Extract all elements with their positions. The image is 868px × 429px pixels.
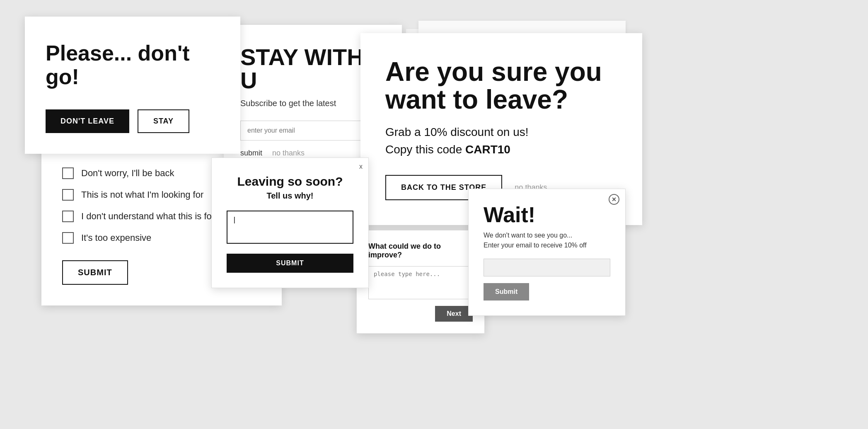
option-3-label: I don't understand what this is for [81, 211, 215, 222]
discount-code: CART10 [465, 143, 510, 156]
option-1-label: Don't worry, I'll be back [81, 168, 174, 179]
wait-subtitle: We don't want to see you go...Enter your… [484, 230, 610, 250]
stay-submit-button[interactable]: submit [240, 149, 262, 158]
wait-submit-button[interactable]: Submit [484, 283, 529, 301]
leaving-submit-button[interactable]: SUBMIT [227, 254, 353, 273]
checkbox-4[interactable] [62, 232, 74, 244]
dont-leave-button[interactable]: DON'T LEAVE [46, 109, 129, 133]
leaving-subtitle: Tell us why! [227, 191, 353, 201]
wait-close-button[interactable]: × [609, 194, 619, 205]
stay-button[interactable]: STAY [138, 109, 189, 133]
wait-email-input[interactable] [484, 259, 610, 276]
checkbox-1[interactable] [62, 167, 74, 179]
sure-title: Are you sure you want to leave? [385, 58, 617, 114]
card-leaving-soon: x Leaving so soon? Tell us why! | SUBMIT [211, 158, 369, 288]
discount-line1: Grab a 10% discount on us! [385, 126, 529, 138]
stay-no-thanks-button[interactable]: no thanks [272, 149, 305, 158]
checkbox-3[interactable] [62, 211, 74, 222]
wait-title: Wait! [484, 204, 610, 225]
discount-line2: Copy this code [385, 143, 465, 156]
leaving-title: Leaving so soon? [227, 175, 353, 189]
discount-text: Grab a 10% discount on us! Copy this cod… [385, 124, 617, 158]
option-2-label: This is not what I'm looking for [81, 189, 203, 200]
leaving-close-button[interactable]: x [359, 163, 363, 170]
improve-title: What could we do to improve? [368, 242, 473, 259]
checkbox-2[interactable] [62, 189, 74, 201]
please-dont-go-title: Please... don't go! [46, 41, 220, 89]
why-submit-button[interactable]: SUBMIT [62, 260, 128, 285]
option-4-label: It's too expensive [81, 233, 151, 243]
improve-textarea[interactable] [368, 266, 473, 299]
card-wait: × Wait! We don't want to see you go...En… [468, 189, 626, 316]
next-button[interactable]: Next [435, 306, 473, 322]
leaving-reason-textarea[interactable]: | [227, 211, 353, 244]
card-improve: x What could we do to improve? Next [356, 230, 485, 334]
card-please-dont-go: Please... don't go! DON'T LEAVE STAY [25, 17, 240, 154]
